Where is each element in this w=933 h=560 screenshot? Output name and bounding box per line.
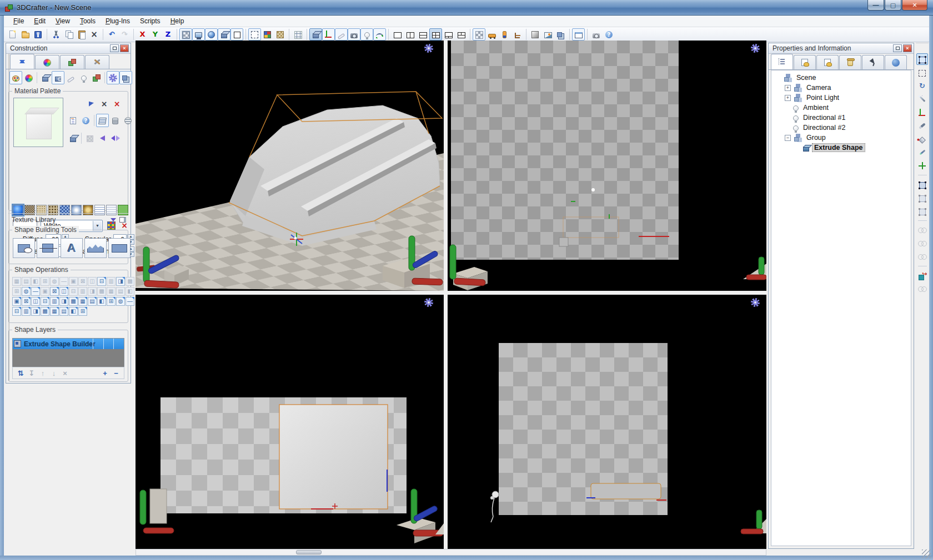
texture-library-section[interactable]: Texture Library bbox=[8, 213, 128, 224]
show-shapes-button[interactable] bbox=[309, 28, 322, 41]
layout-three-top-button[interactable] bbox=[455, 28, 468, 41]
export-shape-button[interactable] bbox=[916, 270, 928, 281]
viewport-divider-vertical[interactable] bbox=[444, 41, 448, 549]
text-shape-button[interactable]: A bbox=[61, 238, 83, 258]
menu-plugins[interactable]: Plug-Ins bbox=[101, 16, 135, 26]
seg-d-button[interactable]: ▤ bbox=[116, 287, 125, 296]
seg-e-button[interactable]: ◧ bbox=[126, 287, 134, 296]
wave-button[interactable]: ◍ bbox=[116, 297, 125, 306]
panel-pin-icon[interactable] bbox=[119, 217, 126, 223]
texture-cube-button[interactable] bbox=[274, 28, 287, 41]
flip-horizontal-button[interactable] bbox=[96, 132, 109, 145]
viewport-settings-gear-icon[interactable] bbox=[424, 298, 433, 307]
pattern-fill-button[interactable] bbox=[83, 132, 96, 145]
move-axis-button[interactable] bbox=[916, 160, 928, 171]
view-wireframe-button[interactable] bbox=[230, 28, 243, 41]
sphere-preview-button[interactable] bbox=[122, 114, 134, 127]
scissors-op-button[interactable]: ⊟ bbox=[69, 287, 78, 296]
redo-button[interactable]: ↷ bbox=[118, 28, 131, 41]
menu-file[interactable]: File bbox=[8, 16, 29, 26]
view-monitor-button[interactable] bbox=[192, 28, 205, 41]
stack-b-button[interactable]: — bbox=[31, 287, 40, 296]
mirror-button[interactable] bbox=[109, 132, 122, 145]
tree-item-directional-2[interactable]: Directional #2 bbox=[771, 123, 911, 133]
bone-mode-button[interactable] bbox=[64, 71, 77, 84]
show-cameras-button[interactable] bbox=[348, 28, 360, 41]
x-axis-button[interactable]: X bbox=[136, 28, 149, 41]
help-button[interactable]: ? bbox=[603, 28, 615, 41]
filter-button[interactable]: ⊞ bbox=[78, 307, 87, 316]
construction-tab-tools[interactable] bbox=[85, 55, 109, 69]
viewport-settings-gear-icon[interactable] bbox=[424, 44, 433, 53]
seg-b-button[interactable]: ▩ bbox=[97, 287, 106, 296]
select-op-button[interactable]: ◨ bbox=[59, 297, 68, 306]
minus-op-button[interactable]: ▥ bbox=[50, 297, 59, 306]
properties-tab-details[interactable] bbox=[816, 55, 839, 69]
oval-button[interactable]: ◧ bbox=[97, 297, 106, 306]
burst-button[interactable]: ▦ bbox=[50, 307, 59, 316]
layout-three-bottom-button[interactable] bbox=[442, 28, 455, 41]
construction-panel-header[interactable]: Construction × bbox=[6, 43, 131, 54]
select-button[interactable] bbox=[916, 53, 928, 65]
tree-item-ambient[interactable]: Ambient bbox=[771, 103, 911, 113]
paint-fill-button[interactable] bbox=[916, 133, 928, 145]
insert-button[interactable]: ↧ bbox=[26, 368, 37, 378]
open-button[interactable] bbox=[19, 28, 32, 41]
numbers-button[interactable]: ⊠ bbox=[78, 277, 87, 286]
fan-button[interactable]: ▣ bbox=[12, 297, 21, 306]
scale-handles-button[interactable] bbox=[916, 179, 928, 190]
view-solid-button[interactable] bbox=[218, 28, 230, 41]
tree-item-extrude-shape[interactable]: Extrude Shape bbox=[771, 143, 911, 153]
material-properties-button[interactable] bbox=[67, 114, 79, 127]
cube-preview-button[interactable] bbox=[67, 132, 79, 145]
dots-button[interactable]: ◨ bbox=[31, 307, 40, 316]
layout-two-horizontal-button[interactable] bbox=[417, 28, 429, 41]
sphere-op-button[interactable]: ◍ bbox=[50, 277, 59, 286]
cut-button[interactable] bbox=[49, 28, 62, 41]
settings-button[interactable] bbox=[107, 71, 119, 84]
construction-tab-color[interactable] bbox=[35, 55, 59, 69]
connect-button[interactable]: — bbox=[59, 277, 68, 286]
circle-op-button[interactable]: ⊠ bbox=[22, 297, 31, 306]
combine-union-button[interactable] bbox=[916, 224, 928, 236]
view-world-button[interactable] bbox=[205, 28, 218, 41]
properties-tab-information[interactable] bbox=[885, 55, 907, 69]
select-region-button[interactable] bbox=[248, 28, 261, 41]
close-button[interactable]: ✕ bbox=[902, 0, 927, 11]
chain-button[interactable]: ⊟ bbox=[41, 297, 49, 306]
flip-op-button[interactable]: ◫ bbox=[59, 287, 68, 296]
delete-layer-button[interactable]: × bbox=[59, 368, 71, 378]
menu-scripts[interactable]: Scripts bbox=[135, 16, 165, 26]
snapshot-button[interactable] bbox=[590, 28, 603, 41]
undo-button[interactable]: ↶ bbox=[106, 28, 118, 41]
properties-tab-pointer[interactable] bbox=[862, 55, 884, 69]
marquee-select-button[interactable] bbox=[916, 67, 928, 78]
sheets-button[interactable]: ◧ bbox=[31, 277, 40, 286]
shape-mode-button[interactable] bbox=[39, 71, 52, 84]
title-bar[interactable]: 3DCrafter - New Scene — ▢ ✕ bbox=[0, 0, 933, 16]
bounds-button[interactable]: ▤ bbox=[88, 297, 97, 306]
construction-tab-blocks[interactable] bbox=[60, 55, 84, 69]
extrude-shape-button[interactable] bbox=[13, 238, 35, 258]
background-gradient-button[interactable] bbox=[529, 28, 541, 41]
background-image-button[interactable] bbox=[541, 28, 554, 41]
viewport-settings-gear-icon[interactable] bbox=[751, 298, 760, 307]
collapse-arrow-icon[interactable] bbox=[111, 218, 116, 221]
material-help-button[interactable]: ? bbox=[79, 114, 92, 127]
panel-minimize-button[interactable] bbox=[893, 44, 902, 52]
delete-material-button[interactable]: × bbox=[111, 97, 123, 110]
y-axis-button[interactable]: Y bbox=[149, 28, 162, 41]
menu-help[interactable]: Help bbox=[165, 16, 189, 26]
mask-button[interactable]: ⊠ bbox=[50, 287, 59, 296]
tower-button[interactable]: ⊞ bbox=[107, 297, 116, 306]
rotate-view-button[interactable]: ↻ bbox=[916, 80, 928, 92]
resize-grip[interactable] bbox=[922, 549, 931, 558]
properties-tab-scene-tree[interactable] bbox=[771, 54, 793, 69]
move-up-button[interactable]: ↑ bbox=[37, 368, 48, 378]
expand-icon[interactable]: + bbox=[785, 85, 791, 91]
refresh-button[interactable]: ⇅ bbox=[15, 368, 26, 378]
expand-icon[interactable]: + bbox=[785, 95, 791, 101]
axis-op-button[interactable]: ▦ bbox=[78, 297, 87, 306]
save-button[interactable] bbox=[32, 28, 44, 41]
mirror-op-button[interactable]: ▤ bbox=[59, 307, 68, 316]
